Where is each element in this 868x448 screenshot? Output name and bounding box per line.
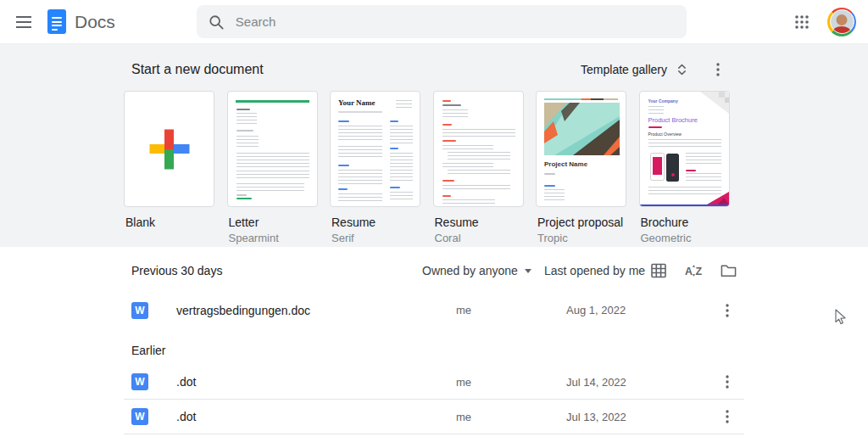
template-section-title: Start a new document — [131, 62, 264, 77]
footer-geometry — [698, 192, 729, 204]
hamburger-menu-icon[interactable] — [7, 5, 41, 39]
group-title-previous-30-days: Previous 30 days — [131, 264, 222, 277]
template-card-project-proposal-tropic[interactable]: Project Name — [536, 91, 626, 207]
template-style: Tropic — [536, 232, 626, 244]
template-name: Letter — [227, 216, 318, 229]
file-last-opened: Jul 13, 2022 — [566, 411, 710, 423]
file-owner: me — [456, 304, 566, 316]
template-card-letter-spearmint[interactable] — [227, 91, 318, 207]
documents-toolbar: Previous 30 days Owned by anyone Last op… — [124, 255, 744, 286]
file-last-opened: Jul 14, 2022 — [566, 376, 710, 389]
template-gallery-button[interactable]: Template gallery — [572, 56, 695, 83]
unfold-more-icon — [677, 63, 687, 76]
template-name: Resume — [330, 216, 420, 229]
file-owner: me — [456, 376, 566, 389]
svg-text:Z: Z — [695, 266, 702, 277]
new-blank-plus-icon — [149, 129, 189, 169]
search-bar[interactable] — [197, 5, 687, 38]
search-input[interactable] — [236, 14, 675, 29]
template-style: Spearmint — [227, 232, 318, 244]
template-name: Resume — [433, 216, 524, 229]
apps-grid-icon[interactable] — [785, 5, 819, 39]
template-name: Blank — [124, 216, 214, 229]
template-cards-row: Blank Letter Spearmint — [124, 91, 744, 244]
folder-picker-icon[interactable] — [717, 260, 739, 282]
template-name: Project proposal — [536, 216, 626, 229]
search-icon — [209, 14, 224, 30]
docs-home-logo[interactable]: Docs — [47, 9, 115, 34]
preview-title: Project Name — [544, 161, 587, 168]
grid-view-icon[interactable] — [648, 260, 670, 282]
word-file-icon: W — [131, 408, 148, 425]
docs-logo-icon — [47, 9, 66, 34]
group-title-earlier: Earlier — [131, 344, 165, 357]
product-name: Docs — [75, 12, 115, 32]
template-card-blank[interactable] — [124, 91, 214, 207]
owned-by-filter-label: Owned by anyone — [422, 264, 518, 277]
template-style — [124, 232, 214, 244]
preview-section: Product Overview — [648, 132, 682, 137]
word-file-icon: W — [131, 302, 148, 319]
account-avatar[interactable] — [827, 8, 856, 36]
documents-section: Previous 30 days Owned by anyone Last op… — [0, 255, 868, 434]
top-bar: Docs — [0, 0, 868, 44]
template-card-resume-serif[interactable]: Your Name — [330, 91, 420, 207]
corner-pattern — [700, 92, 729, 114]
svg-text:A: A — [685, 266, 693, 277]
template-card-resume-coral[interactable] — [433, 91, 524, 207]
file-row-dot-2[interactable]: W .dot me Jul 13, 2022 — [124, 400, 744, 434]
file-actions-kebab-icon[interactable] — [714, 403, 741, 430]
file-last-opened: Aug 1, 2022 — [566, 304, 710, 316]
avatar-photo — [830, 9, 854, 34]
template-style: Serif — [330, 232, 420, 244]
word-file-icon: W — [131, 373, 148, 390]
preview-company: Your Company — [648, 99, 678, 104]
file-name: .dot — [169, 410, 456, 423]
sort-order-button[interactable]: Last opened by me — [544, 264, 645, 277]
preview-title: Your Name — [338, 99, 376, 107]
template-gallery-label: Template gallery — [581, 63, 667, 76]
tropic-cover-art — [544, 103, 620, 155]
dropdown-caret-icon — [525, 269, 531, 273]
preview-title: Product Brochure — [648, 117, 698, 124]
file-owner: me — [456, 411, 566, 423]
file-name: .dot — [169, 375, 456, 389]
template-name: Brochure — [639, 216, 730, 229]
file-actions-kebab-icon[interactable] — [714, 368, 741, 395]
template-options-kebab-icon[interactable] — [707, 59, 729, 81]
template-card-brochure-geometric[interactable]: Your Company Product Brochure Product Ov… — [639, 91, 730, 207]
template-section: Start a new document Template gallery — [0, 44, 868, 247]
file-row-dot-1[interactable]: W .dot me Jul 14, 2022 — [124, 365, 744, 400]
template-style: Geometric — [639, 232, 730, 244]
template-style: Coral — [433, 232, 524, 244]
file-name: vertragsbedingungen.doc — [169, 304, 456, 317]
file-actions-kebab-icon[interactable] — [714, 297, 741, 324]
file-row-vertragsbedingungen[interactable]: W vertragsbedingungen.doc me Aug 1, 2022 — [124, 293, 744, 328]
sort-az-icon[interactable]: A Z — [682, 260, 704, 282]
owned-by-filter-dropdown[interactable]: Owned by anyone — [422, 264, 531, 277]
